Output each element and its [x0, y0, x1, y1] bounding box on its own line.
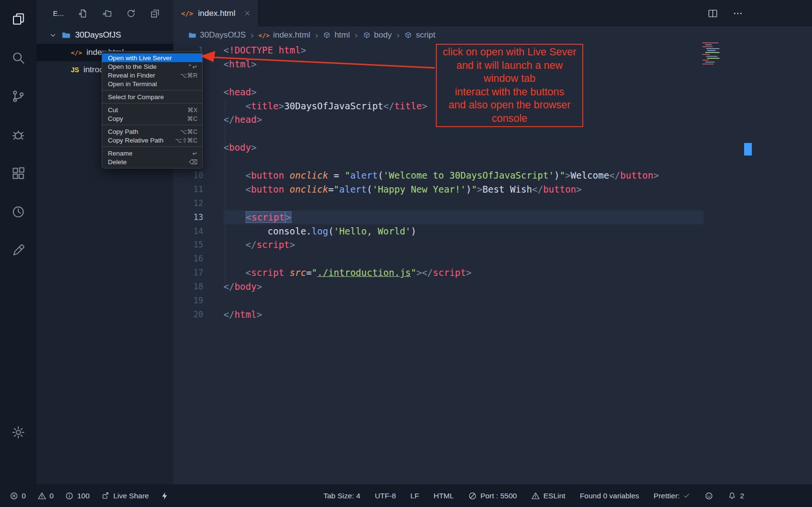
menu-item-copy-path[interactable]: Copy Path⌥⌘C: [102, 127, 202, 136]
scrollbar-marker[interactable]: [744, 143, 752, 156]
menu-item-open-to-the-side[interactable]: Open to the Side⌃↵: [102, 62, 202, 71]
new-file-icon[interactable]: [78, 8, 88, 19]
history-icon[interactable]: [8, 201, 29, 222]
line-number[interactable]: 15: [173, 238, 203, 252]
folder-icon: [188, 31, 196, 39]
code-line[interactable]: 10 <button onclick = "alert('Welcome to …: [173, 169, 704, 182]
status-smiley[interactable]: [705, 492, 713, 500]
status-utf-8[interactable]: UTF-8: [375, 492, 396, 500]
activity-bar-settings: [8, 422, 29, 443]
status-lightning[interactable]: [160, 492, 169, 500]
new-folder-icon[interactable]: [102, 8, 112, 19]
line-number[interactable]: 16: [173, 252, 203, 266]
symbol-cube-icon: [404, 31, 412, 39]
code-line[interactable]: 16: [173, 252, 704, 266]
menu-item-copy-relative-path[interactable]: Copy Relative Path⌥⇧⌘C: [102, 136, 202, 144]
code-line[interactable]: 19: [173, 294, 704, 308]
menu-item-delete[interactable]: Delete⌫: [102, 157, 202, 166]
menu-item-cut[interactable]: Cut⌘X: [102, 105, 202, 114]
status-2[interactable]: 2: [728, 492, 744, 500]
line-number[interactable]: 10: [173, 169, 203, 182]
status-eslint[interactable]: ESLint: [531, 492, 565, 500]
tree-root-folder[interactable]: 30DaysOfJS: [37, 26, 173, 44]
html-file-icon: </>: [181, 10, 193, 17]
menu-item-open-with-live-server[interactable]: Open with Live Server: [102, 53, 202, 62]
status-0[interactable]: 0: [38, 492, 54, 500]
breadcrumb-separator: ›: [250, 30, 253, 40]
menu-shortcut: ⌥⌘R: [180, 72, 197, 79]
code-line[interactable]: 9: [173, 155, 704, 169]
code-line[interactable]: 13 <script>: [173, 210, 704, 224]
line-number[interactable]: 13: [173, 210, 203, 224]
line-number[interactable]: 11: [173, 182, 203, 196]
code-line[interactable]: 7: [173, 127, 704, 141]
more-actions-icon[interactable]: [732, 8, 744, 19]
breadcrumb-30daysofjs[interactable]: 30DaysOfJS: [188, 30, 246, 40]
line-number[interactable]: 12: [173, 196, 203, 210]
smiley-icon: [705, 492, 713, 500]
menu-item-copy[interactable]: Copy⌘C: [102, 114, 202, 123]
menu-item-select-for-compare[interactable]: Select for Compare: [102, 92, 202, 101]
code-line[interactable]: 17 <script src="./introduction.js"></scr…: [173, 266, 704, 280]
refresh-icon[interactable]: [126, 8, 136, 19]
line-number[interactable]: 19: [173, 294, 203, 308]
minimap[interactable]: [702, 42, 745, 65]
warning-icon: [38, 492, 46, 500]
breadcrumb-script[interactable]: script: [404, 30, 435, 40]
close-icon[interactable]: [244, 10, 250, 16]
collapse-all-icon[interactable]: [150, 8, 160, 19]
line-number[interactable]: 17: [173, 266, 203, 280]
code-line[interactable]: 14 console.log('Hello, World'): [173, 224, 704, 238]
extensions-icon[interactable]: [8, 163, 29, 184]
line-number[interactable]: 20: [173, 308, 203, 322]
warning-icon: [531, 492, 540, 500]
status-bar-right: Tab Size: 4UTF-8LFHTMLPort : 5500ESLintF…: [323, 484, 744, 507]
run-and-debug-icon[interactable]: [8, 124, 29, 145]
tab-index-html[interactable]: </> index.html: [173, 0, 259, 26]
code-line[interactable]: 20</html>: [173, 308, 704, 322]
menu-divider: [102, 146, 202, 147]
code-line[interactable]: 11 <button onclick="alert('Happy New Yea…: [173, 182, 704, 196]
source-control-icon[interactable]: [8, 86, 29, 107]
line-number[interactable]: 14: [173, 224, 203, 238]
activity-bar: [0, 0, 37, 484]
status-live-share[interactable]: Live Share: [101, 492, 149, 500]
line-number[interactable]: 18: [173, 280, 203, 294]
split-editor-icon[interactable]: [707, 8, 719, 19]
menu-item-reveal-in-finder[interactable]: Reveal in Finder⌥⌘R: [102, 71, 202, 79]
menu-item-rename[interactable]: Rename↵: [102, 149, 202, 157]
status-100[interactable]: 100: [65, 492, 90, 500]
port-icon: [468, 492, 477, 500]
explorer-title: E...: [53, 9, 64, 17]
tab-label: index.html: [198, 9, 235, 18]
status-0[interactable]: 0: [10, 492, 26, 500]
status-lf[interactable]: LF: [410, 492, 419, 500]
status-found-0-variables[interactable]: Found 0 variables: [580, 492, 639, 500]
breadcrumb-body[interactable]: body: [363, 30, 392, 40]
search-icon[interactable]: [8, 47, 29, 68]
breadcrumb-index-html[interactable]: </>index.html: [258, 30, 310, 40]
status-html[interactable]: HTML: [433, 492, 454, 500]
status-prettier[interactable]: Prettier:: [654, 492, 690, 500]
menu-shortcut: ⌥⌘C: [180, 128, 197, 135]
lightning-icon: [160, 492, 169, 500]
breadcrumb-html[interactable]: html: [323, 30, 350, 40]
code-line[interactable]: 18</body>: [173, 280, 704, 294]
status-tab-size-4[interactable]: Tab Size: 4: [323, 492, 360, 500]
settings-icon[interactable]: [8, 422, 29, 443]
error-circle-icon: [10, 492, 18, 500]
context-menu: Open with Live ServerOpen to the Side⌃↵R…: [102, 51, 203, 169]
menu-shortcut: ⌘C: [187, 115, 197, 122]
code-line[interactable]: 8<body>: [173, 141, 704, 155]
editor-actions: [707, 8, 744, 19]
menu-item-open-in-terminal[interactable]: Open in Terminal: [102, 79, 202, 88]
status-port-5500[interactable]: Port : 5500: [468, 492, 517, 500]
explorer-icon[interactable]: [8, 9, 29, 30]
feedback-icon[interactable]: [8, 240, 29, 261]
folder-name: 30DaysOfJS: [75, 30, 121, 40]
code-line[interactable]: 12: [173, 196, 704, 210]
annotation-box: click on open with Live Severand it will…: [436, 44, 583, 127]
explorer-header: E...: [37, 0, 173, 26]
code-line[interactable]: 15 </script>: [173, 238, 704, 252]
breadcrumb-separator: ›: [315, 30, 318, 40]
